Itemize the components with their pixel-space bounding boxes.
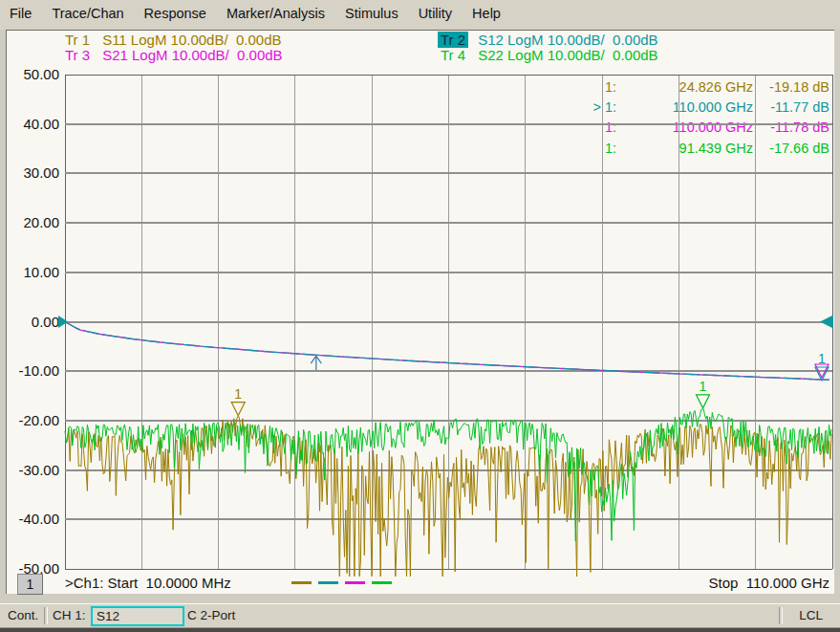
y-axis-tick-label: 40.00 <box>4 116 59 133</box>
trace-desc-tr1: S11 LogM 10.00dB/ 0.00dB <box>93 32 281 48</box>
menu-item-stimulus[interactable]: Stimulus <box>345 6 398 21</box>
trace-legend-tr1[interactable]: Tr 1 S11 LogM 10.00dB/ 0.00dB <box>62 32 282 47</box>
lcl-status: LCL <box>799 608 823 622</box>
y-axis-tick-label: 10.00 <box>4 264 59 281</box>
menu-item-response[interactable]: Response <box>144 6 206 21</box>
y-axis-tick-label: 30.00 <box>4 164 59 182</box>
sweep-start-label: >Ch1: Start 10.0000 MHz <box>65 575 231 591</box>
trace-legend-tr2[interactable]: Tr 2 S12 LogM 10.00dB/ 0.00dB <box>438 32 658 47</box>
tr3-line-sample <box>345 581 365 584</box>
y-axis-tick-label: -20.00 <box>4 412 59 429</box>
trace-desc-tr2: S12 LogM 10.00dB/ 0.00dB <box>468 32 657 48</box>
trace-id-tr3[interactable]: Tr 3 <box>62 47 93 63</box>
tr4-line-sample <box>372 581 392 584</box>
trace-legend-tr4[interactable]: Tr 4 S22 LogM 10.00dB/ 0.00dB <box>438 47 658 62</box>
marker-readout-row: 1:110.000 GHz-11.78 dB <box>497 118 829 138</box>
trace-desc-tr3: S21 LogM 10.00dB/ 0.00dB <box>93 47 282 63</box>
status-bar: Cont. CH 1: S12 C 2-Port LCL <box>0 603 840 627</box>
marker-readout-row: > 1:110.000 GHz-11.77 dB <box>497 97 829 117</box>
marker-number: > 1: <box>497 99 616 115</box>
measurement-field[interactable]: S12 <box>91 606 184 626</box>
status-separator <box>779 607 783 624</box>
marker-readout-row: 1:91.439 GHz-17.66 dB <box>497 138 829 158</box>
y-axis-tick-label: 0.00 <box>4 314 59 331</box>
trace-id-tr2[interactable]: Tr 2 <box>438 32 468 48</box>
marker-number: 1: <box>497 120 616 135</box>
marker-value: -17.66 dB <box>753 141 829 156</box>
trace-legend-tr3[interactable]: Tr 3 S21 LogM 10.00dB/ 0.00dB <box>62 47 283 62</box>
marker-readout-row: 1:24.826 GHz-19.18 dB <box>497 76 829 97</box>
marker-readout-table: 1:24.826 GHz-19.18 dB> 1:110.000 GHz-11.… <box>497 76 829 158</box>
marker-number: 1: <box>497 79 616 95</box>
menu-item-trace-chan[interactable]: Trace/Chan <box>52 6 123 21</box>
marker-frequency: 24.826 GHz <box>616 79 753 95</box>
channel-status-label: CH 1: <box>53 608 86 622</box>
y-axis-tick-label: 20.00 <box>4 214 59 231</box>
sweep-mode-status: Cont. <box>8 608 38 622</box>
marker-value: -19.18 dB <box>753 79 829 95</box>
menu-item-utility[interactable]: Utility <box>419 6 452 21</box>
cal-status: C 2-Port <box>187 608 235 622</box>
y-axis-tick-label: -10.00 <box>4 362 59 380</box>
menu-item-help[interactable]: Help <box>472 6 501 21</box>
channel-1-button[interactable]: 1 <box>17 574 43 595</box>
marker-frequency: 110.000 GHz <box>616 120 753 135</box>
y-axis-tick-label: -40.00 <box>4 511 59 528</box>
menu-item-file[interactable]: File <box>10 6 32 21</box>
marker-frequency: 91.439 GHz <box>616 141 753 156</box>
status-separator <box>44 607 48 624</box>
menu-item-marker-analysis[interactable]: Marker/Analysis <box>226 6 325 21</box>
marker-number: 1: <box>497 141 616 156</box>
sweep-stop-label: Stop 110.000 GHz <box>709 575 829 591</box>
trace-style-key <box>291 581 392 584</box>
tr1-line-sample <box>291 581 312 584</box>
tr2-line-sample <box>318 581 338 584</box>
trace-desc-tr4: S22 LogM 10.00dB/ 0.00dB <box>468 47 657 63</box>
window-bottom-edge <box>0 627 840 632</box>
y-axis-tick-label: -30.00 <box>4 462 59 479</box>
menu-bar: File Trace/Chan Response Marker/Analysis… <box>0 0 840 26</box>
y-axis-tick-label: 50.00 <box>4 66 59 83</box>
trace-id-tr1[interactable]: Tr 1 <box>62 32 93 48</box>
marker-frequency: 110.000 GHz <box>616 99 753 115</box>
marker-value: -11.77 dB <box>753 99 829 115</box>
trace-id-tr4[interactable]: Tr 4 <box>438 47 468 63</box>
marker-value: -11.78 dB <box>753 120 829 135</box>
